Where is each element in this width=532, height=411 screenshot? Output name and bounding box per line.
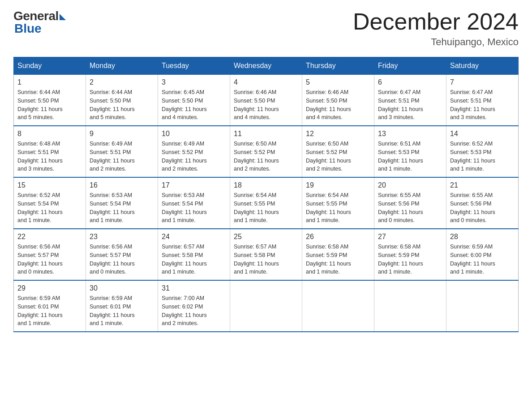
day-info: Sunrise: 6:56 AMSunset: 5:57 PMDaylight:…	[90, 243, 154, 276]
day-number: 20	[378, 181, 442, 189]
day-number: 18	[234, 181, 298, 189]
day-number: 24	[162, 233, 226, 241]
day-cell-1: 1 Sunrise: 6:44 AMSunset: 5:50 PMDayligh…	[14, 75, 86, 126]
location: Tehuipango, Mexico	[353, 36, 519, 48]
day-cell-24: 24 Sunrise: 6:57 AMSunset: 5:58 PMDaylig…	[158, 229, 230, 280]
week-row-4: 22 Sunrise: 6:56 AMSunset: 5:57 PMDaylig…	[14, 229, 519, 280]
day-cell-4: 4 Sunrise: 6:46 AMSunset: 5:50 PMDayligh…	[230, 75, 302, 126]
title-area: December 2024 Tehuipango, Mexico	[353, 9, 519, 48]
day-cell-15: 15 Sunrise: 6:52 AMSunset: 5:54 PMDaylig…	[14, 177, 86, 229]
day-cell-8: 8 Sunrise: 6:48 AMSunset: 5:51 PMDayligh…	[14, 126, 86, 177]
day-cell-12: 12 Sunrise: 6:50 AMSunset: 5:52 PMDaylig…	[302, 126, 374, 177]
day-cell-5: 5 Sunrise: 6:46 AMSunset: 5:50 PMDayligh…	[302, 75, 374, 126]
day-number: 11	[234, 130, 298, 138]
day-number: 27	[378, 233, 442, 241]
logo-triangle-icon	[60, 14, 66, 20]
day-number: 21	[450, 181, 515, 189]
day-info: Sunrise: 6:58 AMSunset: 5:59 PMDaylight:…	[378, 243, 442, 276]
day-number: 15	[17, 181, 82, 189]
week-row-2: 8 Sunrise: 6:48 AMSunset: 5:51 PMDayligh…	[14, 126, 519, 177]
logo-blue-text: Blue	[13, 21, 42, 36]
empty-cell	[446, 280, 519, 332]
day-cell-28: 28 Sunrise: 6:59 AMSunset: 6:00 PMDaylig…	[446, 229, 519, 280]
day-number: 31	[162, 284, 226, 292]
day-cell-9: 9 Sunrise: 6:49 AMSunset: 5:51 PMDayligh…	[86, 126, 158, 177]
day-cell-11: 11 Sunrise: 6:50 AMSunset: 5:52 PMDaylig…	[230, 126, 302, 177]
day-info: Sunrise: 6:58 AMSunset: 5:59 PMDaylight:…	[306, 243, 370, 276]
day-cell-31: 31 Sunrise: 7:00 AMSunset: 6:02 PMDaylig…	[158, 280, 230, 332]
day-info: Sunrise: 6:59 AMSunset: 6:00 PMDaylight:…	[450, 243, 515, 276]
day-info: Sunrise: 6:53 AMSunset: 5:54 PMDaylight:…	[162, 191, 226, 225]
day-number: 6	[378, 78, 442, 86]
day-info: Sunrise: 6:44 AMSunset: 5:50 PMDaylight:…	[90, 88, 154, 122]
page-header: General Blue December 2024 Tehuipango, M…	[13, 9, 519, 48]
day-info: Sunrise: 6:52 AMSunset: 5:53 PMDaylight:…	[450, 140, 515, 173]
week-row-5: 29 Sunrise: 6:59 AMSunset: 6:01 PMDaylig…	[14, 280, 519, 332]
day-cell-26: 26 Sunrise: 6:58 AMSunset: 5:59 PMDaylig…	[302, 229, 374, 280]
day-info: Sunrise: 6:51 AMSunset: 5:53 PMDaylight:…	[378, 140, 442, 173]
logo: General Blue	[13, 9, 66, 36]
day-number: 5	[306, 78, 370, 86]
week-row-1: 1 Sunrise: 6:44 AMSunset: 5:50 PMDayligh…	[14, 75, 519, 126]
day-cell-19: 19 Sunrise: 6:54 AMSunset: 5:55 PMDaylig…	[302, 177, 374, 229]
day-cell-22: 22 Sunrise: 6:56 AMSunset: 5:57 PMDaylig…	[14, 229, 86, 280]
day-number: 19	[306, 181, 370, 189]
day-number: 30	[90, 284, 154, 292]
day-number: 26	[306, 233, 370, 241]
day-number: 4	[234, 78, 298, 86]
header-saturday: Saturday	[446, 57, 519, 75]
day-cell-10: 10 Sunrise: 6:49 AMSunset: 5:52 PMDaylig…	[158, 126, 230, 177]
day-info: Sunrise: 6:53 AMSunset: 5:54 PMDaylight:…	[90, 191, 154, 225]
day-cell-16: 16 Sunrise: 6:53 AMSunset: 5:54 PMDaylig…	[86, 177, 158, 229]
day-info: Sunrise: 6:55 AMSunset: 5:56 PMDaylight:…	[378, 191, 442, 225]
day-number: 23	[90, 233, 154, 241]
day-cell-30: 30 Sunrise: 6:59 AMSunset: 6:01 PMDaylig…	[86, 280, 158, 332]
calendar-header-row: SundayMondayTuesdayWednesdayThursdayFrid…	[14, 57, 519, 75]
day-info: Sunrise: 6:47 AMSunset: 5:51 PMDaylight:…	[450, 88, 515, 122]
day-info: Sunrise: 6:46 AMSunset: 5:50 PMDaylight:…	[234, 88, 298, 122]
day-info: Sunrise: 6:50 AMSunset: 5:52 PMDaylight:…	[306, 140, 370, 173]
day-number: 8	[17, 130, 82, 138]
day-number: 12	[306, 130, 370, 138]
day-number: 9	[90, 130, 154, 138]
day-number: 16	[90, 181, 154, 189]
day-cell-27: 27 Sunrise: 6:58 AMSunset: 5:59 PMDaylig…	[374, 229, 446, 280]
header-tuesday: Tuesday	[158, 57, 230, 75]
header-thursday: Thursday	[302, 57, 374, 75]
header-monday: Monday	[86, 57, 158, 75]
week-row-3: 15 Sunrise: 6:52 AMSunset: 5:54 PMDaylig…	[14, 177, 519, 229]
day-info: Sunrise: 6:49 AMSunset: 5:52 PMDaylight:…	[162, 140, 226, 173]
day-number: 17	[162, 181, 226, 189]
day-info: Sunrise: 6:50 AMSunset: 5:52 PMDaylight:…	[234, 140, 298, 173]
day-info: Sunrise: 6:55 AMSunset: 5:56 PMDaylight:…	[450, 191, 515, 225]
header-wednesday: Wednesday	[230, 57, 302, 75]
day-number: 3	[162, 78, 226, 86]
day-cell-2: 2 Sunrise: 6:44 AMSunset: 5:50 PMDayligh…	[86, 75, 158, 126]
header-friday: Friday	[374, 57, 446, 75]
day-info: Sunrise: 6:57 AMSunset: 5:58 PMDaylight:…	[234, 243, 298, 276]
day-cell-17: 17 Sunrise: 6:53 AMSunset: 5:54 PMDaylig…	[158, 177, 230, 229]
day-info: Sunrise: 6:54 AMSunset: 5:55 PMDaylight:…	[306, 191, 370, 225]
day-info: Sunrise: 6:59 AMSunset: 6:01 PMDaylight:…	[17, 294, 82, 328]
day-number: 22	[17, 233, 82, 241]
day-info: Sunrise: 6:57 AMSunset: 5:58 PMDaylight:…	[162, 243, 226, 276]
day-cell-23: 23 Sunrise: 6:56 AMSunset: 5:57 PMDaylig…	[86, 229, 158, 280]
day-number: 10	[162, 130, 226, 138]
empty-cell	[374, 280, 446, 332]
day-info: Sunrise: 6:46 AMSunset: 5:50 PMDaylight:…	[306, 88, 370, 122]
day-info: Sunrise: 6:54 AMSunset: 5:55 PMDaylight:…	[234, 191, 298, 225]
day-info: Sunrise: 6:56 AMSunset: 5:57 PMDaylight:…	[17, 243, 82, 276]
day-cell-14: 14 Sunrise: 6:52 AMSunset: 5:53 PMDaylig…	[446, 126, 519, 177]
header-sunday: Sunday	[14, 57, 86, 75]
day-info: Sunrise: 6:52 AMSunset: 5:54 PMDaylight:…	[17, 191, 82, 225]
day-cell-18: 18 Sunrise: 6:54 AMSunset: 5:55 PMDaylig…	[230, 177, 302, 229]
day-number: 1	[17, 78, 82, 86]
day-number: 7	[450, 78, 515, 86]
day-info: Sunrise: 6:59 AMSunset: 6:01 PMDaylight:…	[90, 294, 154, 328]
day-cell-3: 3 Sunrise: 6:45 AMSunset: 5:50 PMDayligh…	[158, 75, 230, 126]
day-cell-25: 25 Sunrise: 6:57 AMSunset: 5:58 PMDaylig…	[230, 229, 302, 280]
calendar-table: SundayMondayTuesdayWednesdayThursdayFrid…	[13, 57, 519, 332]
day-info: Sunrise: 6:48 AMSunset: 5:51 PMDaylight:…	[17, 140, 82, 173]
day-cell-7: 7 Sunrise: 6:47 AMSunset: 5:51 PMDayligh…	[446, 75, 519, 126]
day-number: 13	[378, 130, 442, 138]
